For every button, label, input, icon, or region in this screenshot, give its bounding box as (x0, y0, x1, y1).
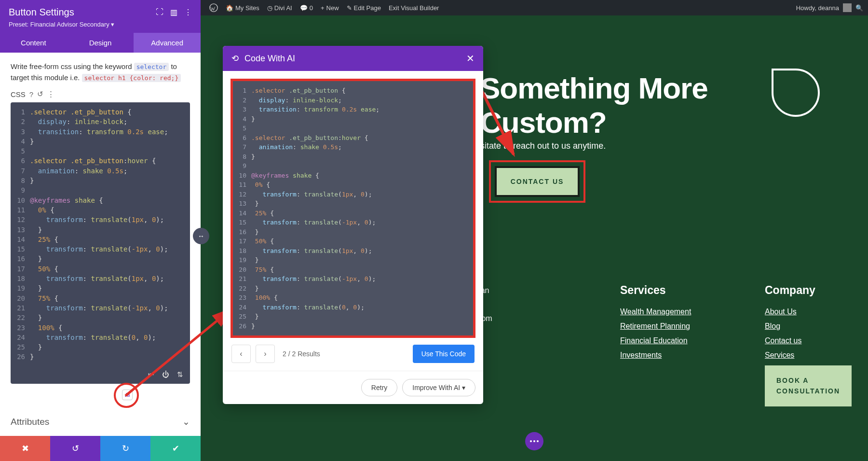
help-icon[interactable]: ? (29, 90, 33, 98)
focus-icon[interactable]: ⛶ (156, 8, 163, 17)
next-result[interactable]: › (256, 345, 275, 363)
logo-icon (772, 69, 820, 117)
footer-link[interactable]: Retirement Planning (620, 322, 717, 331)
css-toolbar: ⇤ ⏻ ⇅ (11, 365, 190, 384)
keyword-example: selector h1 {color: red;} (82, 74, 181, 82)
panel-title: Button Settings (9, 7, 74, 18)
ai-code-editor[interactable]: 1.selector .et_pb_button {2 display: inl… (235, 83, 471, 334)
use-this-code-button[interactable]: Use This Code (413, 345, 475, 363)
company-heading: Company (765, 284, 861, 297)
dock-icon[interactable]: ▥ (170, 8, 177, 17)
ai-modal-title: Code With AI (244, 54, 295, 64)
tab-design[interactable]: Design (67, 33, 134, 53)
results-count: 2 / 2 Results (283, 350, 320, 358)
annotation-highlight-code: 1.selector .et_pb_button {2 display: inl… (231, 79, 475, 338)
services-heading: Services (620, 284, 717, 297)
css-editor[interactable]: 1.selector .et_pb_button {2 display: inl… (11, 102, 190, 367)
preset-selector[interactable]: Preset: Financial Advisor Secondary ▾ (9, 21, 192, 28)
footer-link[interactable]: Contact us (765, 336, 861, 345)
edit-page[interactable]: ✎ Edit Page (343, 4, 385, 12)
divi-ai[interactable]: ◷ Divi AI (263, 4, 296, 12)
css-label: CSS (11, 90, 26, 98)
footer-services: Services Wealth ManagementRetirement Pla… (620, 284, 717, 406)
tab-advanced[interactable]: Advanced (134, 33, 201, 53)
cancel-button[interactable]: ✖ (0, 436, 50, 461)
chevron-down-icon: ⌄ (182, 416, 190, 427)
wp-logo[interactable] (205, 3, 222, 12)
keyword-selector: selector (134, 63, 169, 71)
hero-subtitle: sitate to reach out to us anytime. (480, 141, 606, 151)
footer-link[interactable]: Investments (620, 351, 717, 360)
my-sites[interactable]: 🏠 My Sites (222, 4, 263, 12)
footer-link[interactable]: Services (765, 351, 861, 360)
sort-icon[interactable]: ⇅ (177, 370, 183, 379)
footer-link[interactable]: Wealth Management (620, 307, 717, 316)
retry-button[interactable]: Retry (361, 379, 397, 396)
save-button[interactable]: ✔ (150, 436, 201, 461)
attributes-section[interactable]: Attributes⌄ (0, 407, 201, 436)
close-icon[interactable]: ✕ (466, 53, 475, 64)
comments[interactable]: 💬 0 (296, 4, 317, 12)
divi-fab[interactable] (525, 432, 543, 450)
undo-button[interactable]: ↺ (50, 436, 100, 461)
ai-button[interactable]: AI (122, 390, 133, 400)
back-icon[interactable]: ⟲ (231, 53, 239, 64)
code-with-ai-modal: ⟲ Code With AI ✕ 1.selector .et_pb_butto… (223, 46, 483, 404)
import-icon[interactable]: ⇤ (148, 370, 154, 379)
footer-address: San .com (475, 284, 572, 406)
exit-visual-builder[interactable]: Exit Visual Builder (385, 4, 443, 12)
undo-icon[interactable]: ↺ (37, 90, 43, 98)
prev-result[interactable]: ‹ (231, 345, 251, 363)
footer-link[interactable]: Financial Education (620, 336, 717, 345)
power-icon[interactable]: ⏻ (162, 370, 169, 379)
collapse-handle[interactable]: ↔ (193, 228, 209, 244)
contact-us-button[interactable]: CONTACT US (495, 166, 580, 197)
wp-admin-bar: 🏠 My Sites ◷ Divi AI 💬 0 + New ✎ Edit Pa… (201, 0, 868, 15)
improve-with-ai-button[interactable]: Improve With AI ▾ (402, 379, 475, 396)
footer-link[interactable]: About Us (765, 307, 861, 316)
search-icon[interactable]: 🔍 (855, 4, 863, 12)
howdy-user[interactable]: Howdy, deanna (796, 4, 839, 12)
footer-company: Company About UsBlogContact usServices B… (765, 284, 861, 406)
tab-content[interactable]: Content (0, 33, 67, 53)
module-settings-panel: Button Settings ⛶ ▥ ⋮ Preset: Financial … (0, 0, 201, 461)
more-icon[interactable]: ⋮ (47, 90, 54, 98)
book-consultation-button[interactable]: BOOK A CONSULTATION (765, 365, 852, 406)
footer-link[interactable]: Blog (765, 322, 861, 331)
redo-button[interactable]: ↻ (100, 436, 150, 461)
new[interactable]: + New (317, 4, 343, 12)
hero-title: Something More Custom? (480, 71, 708, 140)
more-icon[interactable]: ⋮ (184, 8, 192, 17)
avatar[interactable] (843, 3, 852, 12)
css-help-text: Write free-form css using the keyword se… (11, 61, 190, 83)
